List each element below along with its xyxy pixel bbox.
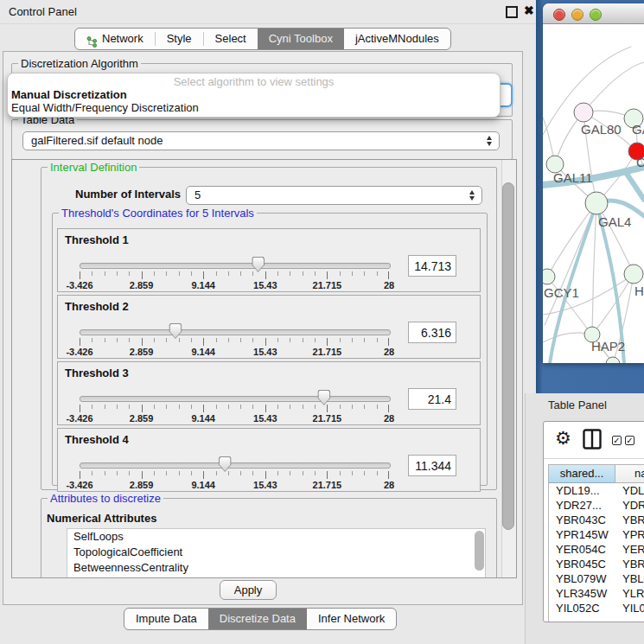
table-cell[interactable]: YBL079W	[615, 571, 644, 586]
network-node-label: GAL4	[598, 214, 631, 229]
option-manual-discretization[interactable]: Manual Discretization	[11, 88, 127, 101]
table-row[interactable]: YDR27...YDR27...	[549, 498, 644, 513]
table-cell[interactable]: YBR043C	[549, 513, 615, 527]
table-row[interactable]: YBR045CYBR045C	[549, 557, 644, 571]
scrollbar-thumb[interactable]	[502, 182, 514, 530]
slider-thumb[interactable]	[219, 456, 232, 472]
tab-style[interactable]: Style	[156, 29, 203, 49]
threshold-row: Threshold 3 -3.4262.8599.14415.4321.7152…	[57, 361, 481, 425]
slider-track[interactable]	[80, 329, 391, 335]
table-cell[interactable]: YBR043C	[615, 513, 644, 527]
stepper-arrows-icon	[487, 136, 492, 146]
slider-ticks	[80, 471, 389, 479]
threshold-slider[interactable]: -3.4262.8599.14415.4321.71528	[80, 323, 389, 358]
table-row[interactable]: YER054CYER054C	[549, 542, 644, 557]
column-header-shared-name[interactable]: shared...	[549, 465, 615, 483]
table-cell[interactable]: YER054C	[549, 542, 615, 557]
network-window-titlebar[interactable]	[543, 3, 644, 24]
tab-impute-data[interactable]: Impute Data	[124, 609, 208, 629]
close-traffic-light-icon[interactable]	[553, 9, 565, 21]
table-cell[interactable]: YBR045C	[549, 557, 615, 571]
network-node[interactable]	[574, 103, 593, 122]
table-cell[interactable]: YDL19...	[615, 483, 644, 498]
close-icon[interactable]: ✖	[524, 3, 534, 17]
split-table-icon[interactable]	[583, 429, 602, 453]
table-cell[interactable]: YPR145W	[549, 527, 615, 542]
network-node[interactable]	[624, 265, 643, 284]
table-row[interactable]: YLR345WYLR345W	[549, 586, 644, 601]
table-cell[interactable]: YIL052C	[615, 601, 644, 615]
threshold-value-field[interactable]: 14.713	[408, 255, 456, 277]
attribute-item[interactable]: TopologicalCoefficient	[67, 545, 485, 560]
tab-infer-network[interactable]: Infer Network	[307, 609, 396, 629]
slider-thumb[interactable]	[169, 323, 182, 339]
tab-network[interactable]: Network	[75, 29, 155, 49]
table-data-combobox[interactable]: galFiltered.sif default node	[22, 131, 500, 150]
table-cell[interactable]: YER054C	[615, 542, 644, 557]
threshold-slider[interactable]: -3.4262.8599.14415.4321.71528	[80, 390, 389, 424]
zoom-traffic-light-icon[interactable]	[590, 9, 602, 21]
table-cell[interactable]: YBR045C	[615, 557, 644, 571]
table-cell[interactable]: YLR345W	[615, 586, 644, 601]
network-window: GAL80GACGAL11GAL4GCY1HHAP2	[543, 3, 644, 363]
group-legend: Attributes to discretize	[48, 492, 163, 505]
number-of-intervals-combobox[interactable]: 5	[186, 186, 482, 205]
table-body: YDL19...YDL19...YDR27...YDR27...YBR043CY…	[549, 483, 644, 615]
float-window-icon[interactable]	[506, 6, 518, 18]
slider-track[interactable]	[80, 263, 391, 269]
table-row[interactable]: YIL052CYIL052C	[549, 601, 644, 615]
control-panel-tabbar: Network Style Select Cyni Toolbox jActiv…	[74, 28, 451, 50]
slider-track[interactable]	[80, 462, 391, 469]
minimize-traffic-light-icon[interactable]	[571, 9, 583, 21]
slider-scale: -3.4262.8599.14415.4321.71528	[80, 280, 389, 291]
threshold-value-field[interactable]: 11.344	[408, 455, 456, 476]
threshold-slider[interactable]: -3.4262.8599.14415.4321.71528	[80, 456, 389, 491]
table-cell[interactable]: YPR145W	[615, 527, 644, 542]
option-equal-width-frequency[interactable]: Equal Width/Frequency Discretization	[11, 101, 199, 114]
table-row[interactable]: YBR043CYBR043C	[549, 513, 644, 527]
cyni-toolbox-panel: Discretization Algorithm Table Data galF…	[3, 51, 523, 605]
tab-select[interactable]: Select	[204, 29, 258, 49]
table-row[interactable]: YPR145WYPR145W	[549, 527, 644, 542]
checkbox-icon[interactable]: ✓	[625, 436, 634, 445]
table-row[interactable]: YDL19...YDL19...	[549, 483, 644, 498]
table-cell[interactable]: YLR345W	[549, 586, 615, 601]
table-cell[interactable]: YDR27...	[615, 498, 644, 513]
tab-cyni-toolbox[interactable]: Cyni Toolbox	[258, 29, 344, 49]
table-cell[interactable]: YDL19...	[549, 483, 615, 498]
tick-label: 15.43	[253, 413, 277, 424]
table-cell[interactable]: YBL079W	[549, 571, 615, 586]
attribute-item[interactable]: BetweennessCentrality	[67, 560, 485, 576]
attribute-item[interactable]: SelfLoops	[67, 529, 485, 545]
threshold-slider[interactable]: -3.4262.8599.14415.4321.71528	[80, 257, 389, 291]
network-node[interactable]	[606, 357, 620, 363]
column-header-name[interactable]: na	[615, 465, 644, 483]
slider-thumb[interactable]	[317, 390, 330, 405]
tick-label: 9.144	[191, 280, 215, 290]
table-cell[interactable]: YIL052C	[549, 601, 615, 615]
gear-icon[interactable]: ⚙	[555, 428, 571, 449]
panel-title: Control Panel	[9, 5, 77, 18]
tab-discretize-data[interactable]: Discretize Data	[208, 609, 307, 629]
network-node[interactable]	[585, 192, 608, 214]
network-node-label: GCY1	[544, 285, 579, 300]
checkbox-icon[interactable]: ✓	[612, 436, 622, 445]
table-row[interactable]: YBL079WYBL079W	[549, 571, 644, 586]
interval-definition-group: Interval Definition Number of Intervals …	[41, 167, 497, 490]
slider-track[interactable]	[80, 396, 391, 402]
tick-label: 28	[384, 413, 394, 424]
slider-thumb[interactable]	[252, 257, 265, 272]
threshold-value-field[interactable]: 21.4	[408, 388, 456, 410]
screen: { "window": { "title": "Control Panel" }…	[0, 0, 644, 644]
apply-button[interactable]: Apply	[220, 580, 277, 600]
tick-label: 15.43	[253, 347, 277, 357]
threshold-value-field[interactable]: 6.316	[408, 322, 456, 343]
list-scrollbar[interactable]	[475, 531, 484, 571]
network-node[interactable]	[543, 269, 555, 284]
tick-label: 28	[384, 480, 394, 490]
table-panel: ⚙ ✓ ✓ shared... na YDL19...YDL19...YDR27…	[543, 421, 644, 622]
network-canvas[interactable]: GAL80GACGAL11GAL4GCY1HHAP2	[543, 24, 644, 363]
table-cell[interactable]: YDR27...	[549, 498, 615, 513]
network-node-label: GAL80	[581, 122, 622, 137]
tab-jactivemnodules[interactable]: jActiveMNodules	[344, 29, 450, 49]
